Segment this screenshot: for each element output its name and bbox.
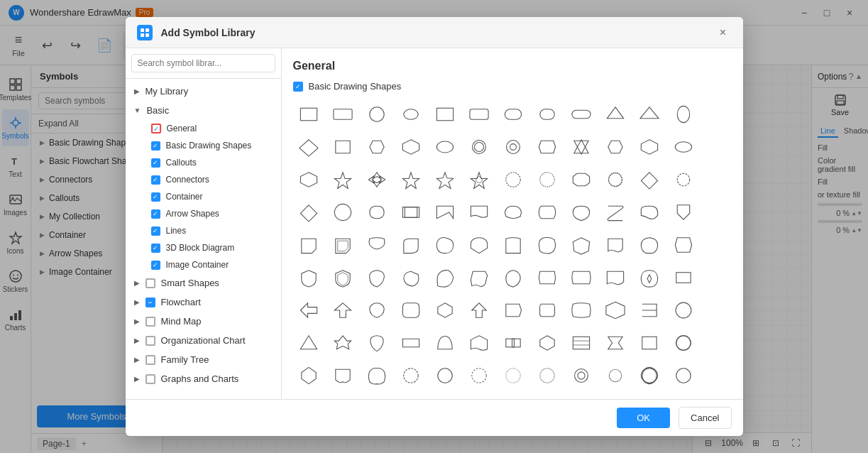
shape-cell-84[interactable] xyxy=(293,327,324,359)
tree-item-family-tree[interactable]: ▶ Family Tree xyxy=(126,350,281,369)
shape-cell-67[interactable] xyxy=(532,262,563,293)
callouts-checkbox[interactable]: ✓ xyxy=(151,158,160,168)
shape-cell-50[interactable] xyxy=(361,229,392,261)
cancel-button[interactable]: Cancel xyxy=(679,407,731,429)
shape-cell-42[interactable] xyxy=(498,197,529,228)
shape-cell-79[interactable] xyxy=(532,295,563,326)
basic-drawing-checkbox[interactable]: ✓ xyxy=(151,141,160,151)
shape-cell-97[interactable] xyxy=(327,360,358,388)
shape-cell-102[interactable] xyxy=(498,360,529,388)
shape-cell-90[interactable] xyxy=(498,327,529,359)
tree-child-callouts[interactable]: ✓ Callouts xyxy=(126,154,281,171)
shape-cell-85[interactable] xyxy=(327,327,358,359)
shape-cell-65[interactable] xyxy=(463,262,495,293)
shape-cell-73[interactable] xyxy=(327,295,358,326)
shape-cell-6[interactable] xyxy=(498,99,529,130)
shape-cell-101[interactable] xyxy=(463,360,495,388)
mind-map-checkbox[interactable] xyxy=(145,317,155,327)
shape-cell-21[interactable] xyxy=(600,131,631,163)
shape-cell-93[interactable] xyxy=(600,327,631,359)
shape-cell-64[interactable] xyxy=(429,262,461,293)
shape-cell-46[interactable] xyxy=(634,197,665,228)
shape-cell-8[interactable] xyxy=(566,99,597,130)
shape-cell-100[interactable] xyxy=(429,360,461,388)
tree-item-mind-map[interactable]: ▶ Mind Map xyxy=(126,312,281,331)
shape-cell-53[interactable] xyxy=(463,229,495,261)
tree-item-graphs-charts[interactable]: ▶ Graphs and Charts xyxy=(126,369,281,388)
shape-cell-28[interactable] xyxy=(429,164,461,195)
shape-cell-95[interactable] xyxy=(668,327,699,359)
shape-cell-58[interactable] xyxy=(634,229,665,261)
shape-cell-55[interactable] xyxy=(532,229,563,261)
tree-item-my-library[interactable]: ▶ My Library xyxy=(126,82,281,101)
shape-cell-33[interactable] xyxy=(600,164,631,195)
shape-cell-39[interactable] xyxy=(395,197,427,228)
arrow-shapes-checkbox[interactable]: ✓ xyxy=(151,209,160,219)
shape-cell-60[interactable] xyxy=(293,262,324,293)
tree-child-arrow-shapes[interactable]: ✓ Arrow Shapes xyxy=(126,205,281,222)
shape-cell-31[interactable] xyxy=(532,164,563,195)
shape-cell-26[interactable] xyxy=(361,164,392,195)
shape-cell-61[interactable] xyxy=(327,262,358,293)
org-chart-checkbox[interactable] xyxy=(145,336,155,346)
shape-cell-96[interactable] xyxy=(293,360,324,388)
shape-cell-14[interactable] xyxy=(361,131,392,163)
tree-child-basic-drawing[interactable]: ✓ Basic Drawing Shapes xyxy=(126,137,281,154)
shape-cell-98[interactable] xyxy=(361,360,392,388)
shape-cell-80[interactable] xyxy=(566,295,597,326)
shape-cell-87[interactable] xyxy=(395,327,427,359)
shape-cell-99[interactable] xyxy=(395,360,427,388)
shape-cell-88[interactable] xyxy=(429,327,461,359)
shape-cell-48[interactable] xyxy=(293,229,324,261)
shape-cell-104[interactable] xyxy=(566,360,597,388)
tree-item-flowchart[interactable]: ▶ − Flowchart xyxy=(126,293,281,312)
shape-cell-23[interactable] xyxy=(668,131,699,163)
shape-cell-0[interactable] xyxy=(293,99,324,130)
shape-cell-10[interactable] xyxy=(634,99,665,130)
lines-checkbox[interactable]: ✓ xyxy=(151,226,160,236)
shape-cell-75[interactable] xyxy=(395,295,427,326)
shape-cell-24[interactable] xyxy=(293,164,324,195)
shape-cell-54[interactable] xyxy=(498,229,529,261)
shape-cell-74[interactable] xyxy=(361,295,392,326)
shape-cell-45[interactable] xyxy=(600,197,631,228)
shape-cell-34[interactable] xyxy=(634,164,665,195)
tree-item-smart-shapes[interactable]: ▶ Smart Shapes xyxy=(126,273,281,293)
shape-cell-30[interactable] xyxy=(498,164,529,195)
shape-cell-3[interactable] xyxy=(395,99,427,130)
shape-cell-18[interactable] xyxy=(498,131,529,163)
shape-cell-78[interactable] xyxy=(498,295,529,326)
shape-cell-38[interactable] xyxy=(361,197,392,228)
container-checkbox[interactable]: ✓ xyxy=(151,192,160,202)
tree-child-general[interactable]: ✓ General xyxy=(126,120,281,137)
shape-cell-107[interactable] xyxy=(668,360,699,388)
tree-item-org-chart[interactable]: ▶ Organizational Chart xyxy=(126,331,281,350)
shape-cell-66[interactable] xyxy=(498,262,529,293)
general-checkbox[interactable]: ✓ xyxy=(151,124,161,133)
shape-cell-27[interactable] xyxy=(395,164,427,195)
shape-cell-4[interactable] xyxy=(429,99,461,130)
shape-cell-9[interactable] xyxy=(600,99,631,130)
shape-cell-37[interactable] xyxy=(327,197,358,228)
shape-cell-20[interactable] xyxy=(566,131,597,163)
shape-cell-91[interactable] xyxy=(532,327,563,359)
shape-cell-92[interactable] xyxy=(566,327,597,359)
shape-cell-62[interactable] xyxy=(361,262,392,293)
shape-cell-35[interactable] xyxy=(668,164,699,195)
modal-search-input[interactable] xyxy=(131,54,275,72)
shape-cell-19[interactable] xyxy=(532,131,563,163)
shape-cell-22[interactable] xyxy=(634,131,665,163)
shape-cell-13[interactable] xyxy=(327,131,358,163)
shape-cell-103[interactable] xyxy=(532,360,563,388)
shape-cell-57[interactable] xyxy=(600,229,631,261)
shape-cell-51[interactable] xyxy=(395,229,427,261)
shape-cell-68[interactable] xyxy=(566,262,597,293)
shape-cell-12[interactable] xyxy=(293,131,324,163)
shape-cell-29[interactable] xyxy=(463,164,495,195)
tree-child-connectors[interactable]: ✓ Connectors xyxy=(126,171,281,188)
3d-block-checkbox[interactable]: ✓ xyxy=(151,244,160,253)
shape-cell-72[interactable] xyxy=(293,295,324,326)
tree-child-lines[interactable]: ✓ Lines xyxy=(126,222,281,239)
shape-cell-11[interactable] xyxy=(668,99,699,130)
family-tree-checkbox[interactable] xyxy=(145,355,155,365)
